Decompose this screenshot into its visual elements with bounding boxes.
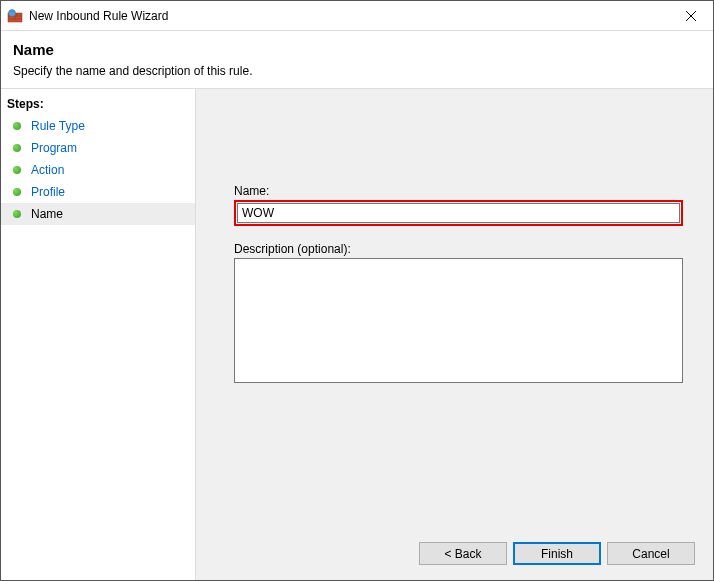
- step-label: Name: [31, 207, 63, 221]
- step-profile[interactable]: Profile: [1, 181, 195, 203]
- close-button[interactable]: [668, 1, 713, 30]
- name-label: Name:: [234, 184, 683, 198]
- step-bullet-icon: [13, 122, 21, 130]
- finish-button[interactable]: Finish: [513, 542, 601, 565]
- svg-point-6: [9, 9, 16, 16]
- step-label: Profile: [31, 185, 65, 199]
- header-section: Name Specify the name and description of…: [1, 31, 713, 89]
- step-name[interactable]: Name: [1, 203, 195, 225]
- close-icon: [686, 11, 696, 21]
- name-input[interactable]: [237, 203, 680, 223]
- step-bullet-icon: [13, 144, 21, 152]
- description-textarea[interactable]: [234, 258, 683, 383]
- main-area: Steps: Rule Type Program Action Profile …: [1, 89, 713, 580]
- back-button[interactable]: < Back: [419, 542, 507, 565]
- name-input-highlight: [234, 200, 683, 226]
- step-bullet-icon: [13, 210, 21, 218]
- window-title: New Inbound Rule Wizard: [29, 9, 168, 23]
- step-label: Action: [31, 163, 64, 177]
- step-label: Rule Type: [31, 119, 85, 133]
- steps-label: Steps:: [1, 93, 195, 115]
- page-description: Specify the name and description of this…: [13, 64, 701, 78]
- step-bullet-icon: [13, 188, 21, 196]
- button-row: < Back Finish Cancel: [419, 542, 695, 565]
- step-label: Program: [31, 141, 77, 155]
- step-action[interactable]: Action: [1, 159, 195, 181]
- step-program[interactable]: Program: [1, 137, 195, 159]
- content-area: Name: Description (optional): < Back Fin…: [196, 89, 713, 580]
- firewall-icon: [7, 8, 23, 24]
- description-label: Description (optional):: [234, 242, 683, 256]
- page-title: Name: [13, 41, 701, 58]
- steps-sidebar: Steps: Rule Type Program Action Profile …: [1, 89, 196, 580]
- titlebar: New Inbound Rule Wizard: [1, 1, 713, 31]
- step-bullet-icon: [13, 166, 21, 174]
- step-rule-type[interactable]: Rule Type: [1, 115, 195, 137]
- cancel-button[interactable]: Cancel: [607, 542, 695, 565]
